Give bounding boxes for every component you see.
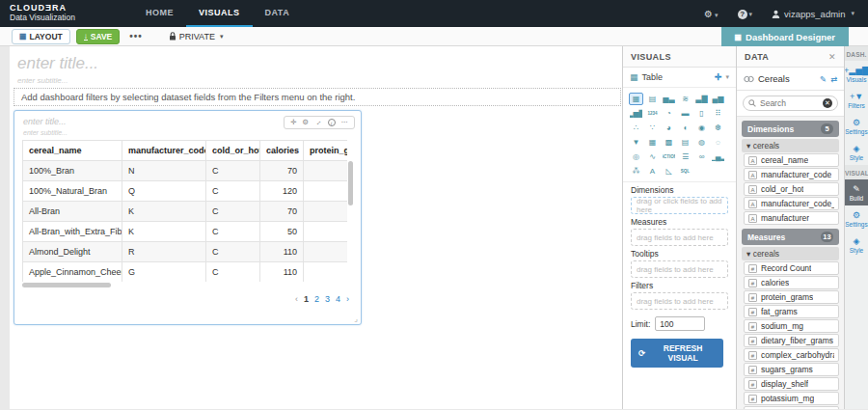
dashboard-subtitle-input[interactable]: enter subtitle... [17,76,68,85]
help-menu[interactable]: ?▾ [738,8,753,19]
limit-input[interactable] [655,316,705,331]
visual-type-donut[interactable]: ◕ [662,122,676,134]
visual-type-choropleth-map[interactable]: ◌ [711,136,725,149]
field-pill-calories[interactable]: # calories [744,276,839,289]
search-input[interactable] [760,98,819,108]
visual-type-queries-list[interactable]: ☰ [678,150,692,163]
field-pill-cereal-name[interactable]: A cereal_name [744,153,839,167]
more-actions-button[interactable]: ••• [125,31,147,41]
user-menu[interactable]: vizapps_admin ▾ [772,9,854,19]
visual-type-field-table[interactable]: ▤ [678,136,692,149]
shelf-dropzone-measures[interactable]: drag fields to add here [631,229,728,246]
gear-icon[interactable]: ⚙ [302,119,309,126]
visual-type-pin-map[interactable]: ◎ [629,150,643,163]
private-dropdown[interactable]: PRIVATE ▾ [162,30,231,43]
visual-type-thermometer[interactable]: ▯ [694,107,709,120]
nav-tab-home[interactable]: HOME [133,0,186,27]
visual-type-stacked-bar[interactable]: ▅▃ [662,93,676,105]
measures-header[interactable]: Measures 13 [742,229,839,245]
visual-type-rich-text[interactable]: A [645,165,660,178]
info-icon[interactable]: i [328,119,336,126]
field-pill-display-shelf[interactable]: # display_shelf [744,377,839,391]
page-3[interactable]: 3 [325,294,330,304]
shelf-dropzone-dimensions[interactable]: drag or click fields to add here [631,197,728,214]
move-icon[interactable]: ✛ [290,119,296,126]
field-pill-fat-grams[interactable]: # fat_grams [744,305,839,318]
visual-type-action-button[interactable]: ACTION [662,150,676,163]
more-icon[interactable]: ⋯ [341,119,349,126]
visual-type-line[interactable]: ≋ [678,93,692,105]
rail-item-style[interactable]: ◈ Style [845,232,868,258]
edit-dataset-icon[interactable]: ✎ [820,74,827,84]
visual-type-network[interactable]: ⁂ [629,165,643,178]
field-pill-potassium-mg[interactable]: # potassium_mg [744,392,839,405]
visual-type-packed-bubbles[interactable]: ⠿ [711,107,725,120]
field-pill-manufacturer-code[interactable]: A manufacturer_code [744,168,839,181]
visual-type-map[interactable]: ◍ [694,136,709,149]
visual-type-area[interactable]: ▄▆ [711,93,725,105]
next-page[interactable]: › [346,294,349,304]
rail-item-visuals[interactable]: +▂▅▇ Visuals [845,61,868,87]
visual-type-cross-tab[interactable]: ▤ [645,93,660,105]
close-icon[interactable]: ✕ [828,52,836,62]
visual-type-links[interactable]: ∞ [694,150,709,163]
nav-tab-visuals[interactable]: VISUALS [186,0,253,27]
rail-item-settings[interactable]: ⚙ Settings [845,205,868,232]
field-pill-cold-or-hot[interactable]: A cold_or_hot [744,182,839,196]
dashboard-filter-bar[interactable]: Add dashboard filters by selecting datas… [14,88,621,106]
visual-type-bullet[interactable]: ▬ [678,107,692,120]
refresh-visual-button[interactable]: ⟳ REFRESH VISUAL [631,339,723,368]
chevron-down-icon[interactable]: ▾ [725,73,729,81]
dashboard-title-input[interactable]: enter title... [17,54,98,73]
horizontal-scrollbar[interactable] [22,283,111,287]
visual-type-selector[interactable]: ▦ Table ✛ ▾ [623,68,736,88]
rail-item-build[interactable]: ✎ Build [845,179,868,205]
table-visual-widget[interactable]: enter title... enter subtitle... ✛ ⚙ ↔ i… [14,110,362,325]
visual-type-table[interactable]: ▦ [629,93,643,105]
dashboard-sheet[interactable]: enter title... enter subtitle... Add das… [10,46,622,409]
rail-item-style[interactable]: ◈ Style [845,139,868,165]
visual-title-input[interactable]: enter title... [23,117,67,126]
visual-type-histogram[interactable]: ▁▄▂ [711,150,725,163]
field-pill-protein-grams[interactable]: # protein_grams [744,290,839,304]
visual-type-funnel[interactable]: ▼ [629,136,643,149]
shelf-dropzone-tooltips[interactable]: drag fields to add here [631,260,728,278]
visual-type-combo[interactable]: ▃▇ [694,93,709,105]
save-button[interactable]: ↓ SAVE [76,29,121,44]
cloudera-logo[interactable]: CLOUDƎRA Data Visualization [0,0,125,27]
nav-tab-data[interactable]: DATA [253,0,303,27]
field-pill-manufacturer-code-15[interactable]: A manufacturer_code_15 [744,197,839,210]
resize-handle[interactable]: ⌟ [354,314,358,323]
measures-group-cereals[interactable]: ▾ cereals [742,247,839,260]
visual-subtitle-input[interactable]: enter subtitle... [23,129,68,136]
visual-type-kpi[interactable]: 1234 [645,107,660,120]
dimensions-group-cereals[interactable]: ▾ cereals [742,139,839,152]
add-type-icon[interactable]: ✛ [715,72,722,82]
field-pill-manufacturer[interactable]: A manufacturer [744,211,839,225]
field-pill-dietary-fiber-grams[interactable]: # dietary_fiber_grams [744,334,839,347]
prev-page[interactable]: ‹ [295,294,298,304]
visual-type-pie[interactable]: ◉ [694,122,709,134]
field-pill-sodium-mg[interactable]: # sodium_mg [744,319,839,333]
dashboard-designer-button[interactable]: ▦ Dashboard Designer [721,27,849,46]
visual-type-sparkline[interactable]: ∿ [645,150,660,163]
visual-type-gauge[interactable]: ◔ [662,107,676,120]
page-1[interactable]: 1 [304,294,309,304]
visual-type-correlation-flow[interactable]: ∴ [629,122,643,134]
page-2[interactable]: 2 [314,294,319,304]
visual-type-area-small[interactable]: ◺ [662,165,676,178]
switch-dataset-icon[interactable]: ⇄ [830,74,837,84]
layout-button[interactable]: ▦ LAYOUT [12,29,70,44]
clear-search-icon[interactable]: ✕ [823,98,832,108]
visual-type-heatmap[interactable]: ▦ [645,136,660,149]
field-pill-record-count[interactable]: # Record Count [744,261,839,275]
field-pill-complex-carbohydrates-grams[interactable]: # complex_carbohydrates_grams [744,348,839,362]
dimensions-header[interactable]: Dimensions 5 [742,121,839,137]
shelf-dropzone-filters[interactable]: drag fields to add here [631,292,728,310]
visual-type-radial[interactable]: ◖ [678,122,692,134]
visual-type-calendar-heatmap[interactable]: ▩ [662,136,676,149]
rail-item-settings[interactable]: ⚙ Settings [845,113,868,139]
visual-type-sql[interactable]: SQL [678,165,692,178]
visual-type-scatter-flakes[interactable]: ❆ [711,122,725,134]
visual-type-scatter[interactable]: ∵ [645,122,660,134]
